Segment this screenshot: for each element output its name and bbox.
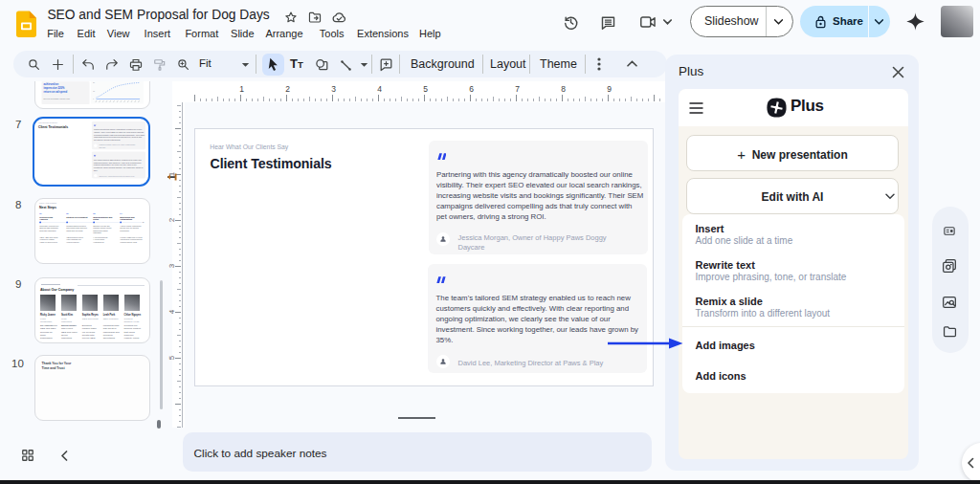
svg-text:30: 30 (93, 81, 95, 83)
svg-text:15: 15 (93, 90, 95, 92)
svg-text:0: 0 (93, 98, 94, 99)
